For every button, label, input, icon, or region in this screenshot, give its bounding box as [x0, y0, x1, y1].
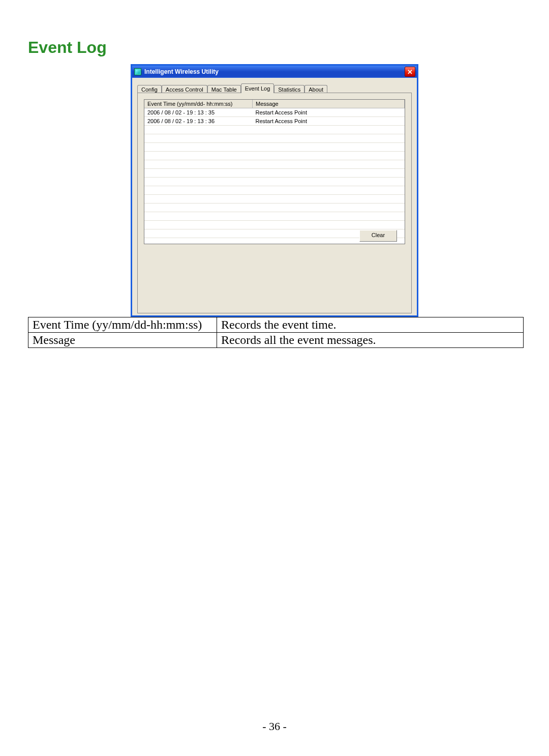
clear-button[interactable]: Clear — [359, 230, 397, 242]
close-icon[interactable]: ✕ — [405, 67, 415, 77]
section-heading: Event Log — [28, 38, 521, 57]
cell-time: 2006 / 08 / 02 - 19 : 13 : 35 — [144, 108, 253, 117]
table-row[interactable] — [144, 143, 405, 152]
column-header-time[interactable]: Event Time (yy/mm/dd- hh:mm:ss) — [144, 100, 253, 108]
table-row[interactable]: 2006 / 08 / 02 - 19 : 13 : 36Restart Acc… — [144, 117, 405, 126]
titlebar[interactable]: Intelligent Wireless Utility ✕ — [132, 66, 417, 78]
event-list[interactable]: Event Time (yy/mm/dd- hh:mm:ss) Message … — [144, 99, 405, 244]
table-row[interactable] — [144, 160, 405, 169]
desc-key: Message — [28, 333, 217, 348]
table-row[interactable] — [144, 169, 405, 178]
desc-value: Records the event time. — [217, 317, 524, 333]
cell-message: Restart Access Point — [253, 108, 405, 117]
desc-value: Records all the event messages. — [217, 333, 524, 348]
table-row[interactable] — [144, 126, 405, 134]
table-row[interactable] — [144, 203, 405, 212]
table-row[interactable] — [144, 152, 405, 160]
cell-time: 2006 / 08 / 02 - 19 : 13 : 36 — [144, 117, 253, 126]
window-title: Intelligent Wireless Utility — [144, 68, 405, 75]
table-row[interactable] — [144, 178, 405, 186]
page-number: - 36 - — [0, 720, 549, 733]
table-row: MessageRecords all the event messages. — [28, 333, 524, 348]
app-icon — [134, 68, 141, 75]
table-row[interactable]: 2006 / 08 / 02 - 19 : 13 : 35Restart Acc… — [144, 108, 405, 117]
table-row[interactable] — [144, 212, 405, 221]
column-header-message[interactable]: Message — [253, 100, 405, 108]
table-row[interactable] — [144, 186, 405, 195]
tab-pane-event-log: Event Time (yy/mm/dd- hh:mm:ss) Message … — [137, 93, 412, 313]
tab-bar: ConfigAccess ControlMac TableEvent LogSt… — [137, 83, 412, 93]
table-row[interactable] — [144, 134, 405, 143]
table-row[interactable] — [144, 221, 405, 229]
app-window: Intelligent Wireless Utility ✕ ConfigAcc… — [131, 64, 418, 317]
tab-event-log[interactable]: Event Log — [241, 83, 274, 93]
table-row[interactable] — [144, 195, 405, 203]
table-row: Event Time (yy/mm/dd-hh:mm:ss)Records th… — [28, 317, 524, 333]
desc-key: Event Time (yy/mm/dd-hh:mm:ss) — [28, 317, 217, 333]
cell-message: Restart Access Point — [253, 117, 405, 126]
description-table: Event Time (yy/mm/dd-hh:mm:ss)Records th… — [28, 317, 524, 348]
